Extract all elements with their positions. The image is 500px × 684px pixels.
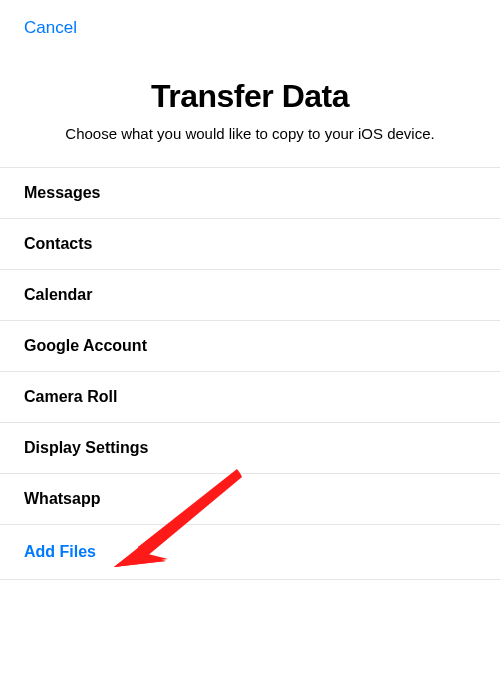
list-item-calendar[interactable]: Calendar: [0, 270, 500, 321]
list-item-contacts[interactable]: Contacts: [0, 219, 500, 270]
page-subtitle: Choose what you would like to copy to yo…: [20, 125, 480, 142]
transfer-options-list: Messages Contacts Calendar Google Accoun…: [0, 167, 500, 580]
cancel-button[interactable]: Cancel: [24, 18, 77, 38]
page-title: Transfer Data: [20, 78, 480, 115]
list-item-whatsapp[interactable]: Whatsapp: [0, 474, 500, 525]
list-item-google-account[interactable]: Google Account: [0, 321, 500, 372]
list-item-camera-roll[interactable]: Camera Roll: [0, 372, 500, 423]
add-files-button[interactable]: Add Files: [0, 525, 500, 580]
list-item-messages[interactable]: Messages: [0, 168, 500, 219]
title-section: Transfer Data Choose what you would like…: [0, 48, 500, 167]
header-bar: Cancel: [0, 0, 500, 48]
list-item-display-settings[interactable]: Display Settings: [0, 423, 500, 474]
